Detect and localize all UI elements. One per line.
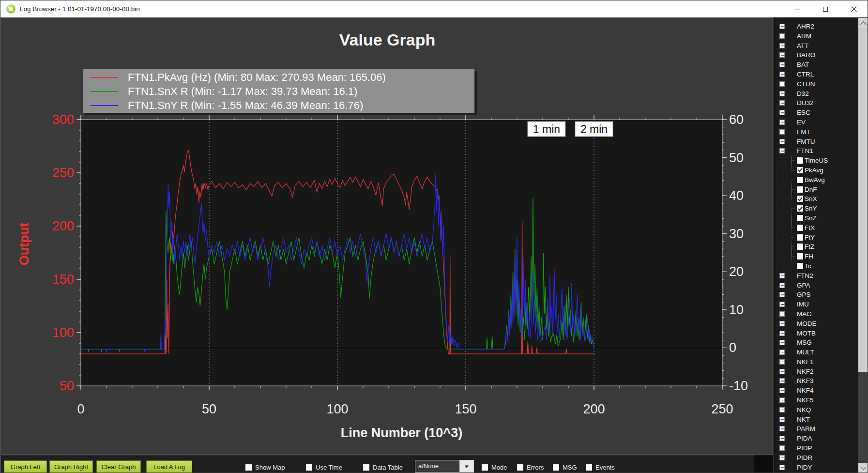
- expand-icon[interactable]: [779, 33, 785, 39]
- expand-icon[interactable]: [779, 436, 785, 441]
- field-checkbox-PkAvg[interactable]: [797, 167, 803, 173]
- dropdown-arrow-button[interactable]: [459, 460, 473, 472]
- tree-group-ARM[interactable]: ARM: [774, 31, 857, 41]
- checkbox-box[interactable]: [586, 464, 592, 471]
- expand-icon[interactable]: [779, 331, 785, 336]
- graph-left-button[interactable]: Graph Left: [4, 460, 47, 473]
- expand-icon[interactable]: [779, 129, 785, 135]
- checkbox-box[interactable]: [482, 464, 488, 471]
- collapse-icon[interactable]: [779, 148, 785, 153]
- tree-group-NKF5[interactable]: NKF5: [774, 396, 857, 405]
- expand-icon[interactable]: [779, 378, 785, 383]
- field-checkbox-TimeUS[interactable]: [797, 157, 803, 164]
- tree-group-PARM[interactable]: PARM: [774, 424, 857, 434]
- tree-group-MODE[interactable]: MODE: [774, 319, 857, 329]
- field-checkbox-DnF[interactable]: [797, 186, 803, 193]
- tree-group-PIDP[interactable]: PIDP: [774, 443, 857, 453]
- field-checkbox-SnZ[interactable]: [797, 215, 803, 221]
- expand-icon[interactable]: [779, 120, 785, 125]
- tree-group-PIDA[interactable]: PIDA: [774, 434, 857, 443]
- expand-icon[interactable]: [779, 407, 785, 412]
- expand-icon[interactable]: [779, 321, 785, 326]
- tree-group-GPS[interactable]: GPS: [774, 290, 857, 300]
- checkbox-errors[interactable]: Errors: [517, 464, 544, 471]
- field-checkbox-FtZ[interactable]: [797, 244, 803, 250]
- sidebar-scrollbar[interactable]: [858, 17, 868, 473]
- minimize-button[interactable]: [783, 0, 811, 17]
- expand-icon[interactable]: [779, 24, 785, 29]
- expand-icon[interactable]: [779, 340, 785, 345]
- tree-group-CTUN[interactable]: CTUN: [774, 79, 857, 89]
- expand-icon[interactable]: [779, 100, 785, 106]
- tree-group-ESC[interactable]: ESC: [774, 108, 857, 118]
- expand-icon[interactable]: [779, 311, 785, 317]
- load-a-log-button[interactable]: Load A Log: [146, 460, 192, 473]
- checkbox-use-time[interactable]: Use Time: [306, 464, 342, 471]
- field-checkbox-FH[interactable]: [797, 253, 803, 259]
- tree-field-FtX[interactable]: FtX: [774, 223, 857, 233]
- expand-icon[interactable]: [779, 455, 785, 460]
- expand-icon[interactable]: [779, 52, 785, 58]
- checkbox-box[interactable]: [553, 464, 559, 471]
- tree-field-SnX[interactable]: SnX: [774, 194, 857, 204]
- checkbox-box[interactable]: [363, 464, 369, 471]
- tree-group-NKF4[interactable]: NKF4: [774, 386, 857, 396]
- tree-group-FTN1[interactable]: FTN1: [774, 146, 857, 156]
- checkbox-mode[interactable]: Mode: [482, 464, 507, 471]
- expand-icon[interactable]: [779, 81, 785, 87]
- expand-icon[interactable]: [779, 359, 785, 365]
- expand-icon[interactable]: [779, 417, 785, 422]
- tree-group-EV[interactable]: EV: [774, 118, 857, 127]
- expand-icon[interactable]: [779, 292, 785, 297]
- expand-icon[interactable]: [779, 273, 785, 278]
- scroll-up-button[interactable]: [858, 18, 868, 28]
- tree-group-BARO[interactable]: BARO: [774, 50, 857, 60]
- expand-icon[interactable]: [779, 369, 785, 374]
- field-checkbox-SnY[interactable]: [797, 205, 803, 212]
- tree-group-PIDY[interactable]: PIDY: [774, 463, 857, 473]
- expand-icon[interactable]: [779, 388, 785, 393]
- expand-icon[interactable]: [779, 302, 785, 307]
- checkbox-events[interactable]: Events: [586, 464, 615, 471]
- expand-icon[interactable]: [779, 72, 785, 77]
- tree-group-NKF3[interactable]: NKF3: [774, 376, 857, 386]
- expand-icon[interactable]: [779, 397, 785, 403]
- expand-icon[interactable]: [779, 43, 785, 48]
- scrollbar-thumb[interactable]: [858, 28, 868, 372]
- tree-group-PIDR[interactable]: PIDR: [774, 453, 857, 463]
- tree-group-MOTB[interactable]: MOTB: [774, 329, 857, 338]
- tree-group-MAG[interactable]: MAG: [774, 309, 857, 319]
- tree-group-DU32[interactable]: DU32: [774, 98, 857, 108]
- tree-group-AHR2[interactable]: AHR2: [774, 22, 857, 31]
- checkbox-data-table[interactable]: Data Table: [363, 464, 403, 471]
- tree-group-IMU[interactable]: IMU: [774, 300, 857, 309]
- tree-group-MULT[interactable]: MULT: [774, 348, 857, 357]
- expand-icon[interactable]: [779, 139, 785, 144]
- tree-field-BwAvg[interactable]: BwAvg: [774, 175, 857, 185]
- expand-icon[interactable]: [779, 110, 785, 115]
- tree-group-NKT[interactable]: NKT: [774, 415, 857, 425]
- expand-icon[interactable]: [779, 91, 785, 96]
- checkbox-box[interactable]: [306, 464, 312, 471]
- checkbox-box[interactable]: [245, 464, 252, 471]
- tree-group-NKF2[interactable]: NKF2: [774, 367, 857, 377]
- tree-group-ATT[interactable]: ATT: [774, 41, 857, 51]
- expand-icon[interactable]: [779, 62, 785, 67]
- tree-field-SnZ[interactable]: SnZ: [774, 214, 857, 223]
- tree-group-D32[interactable]: D32: [774, 89, 857, 99]
- tree-field-PkAvg[interactable]: PkAvg: [774, 166, 857, 175]
- maximize-button[interactable]: [811, 0, 839, 17]
- checkbox-show-map[interactable]: Show Map: [245, 464, 285, 471]
- tree-group-FMT[interactable]: FMT: [774, 127, 857, 137]
- tree-group-BAT[interactable]: BAT: [774, 60, 857, 70]
- expand-icon[interactable]: [779, 350, 785, 355]
- clear-graph-button[interactable]: Clear Graph: [96, 460, 141, 473]
- field-checkbox-SnX[interactable]: [797, 196, 803, 202]
- tree-group-GPA[interactable]: GPA: [774, 281, 857, 290]
- checkbox-box[interactable]: [517, 464, 523, 471]
- tree-group-NKQ[interactable]: NKQ: [774, 405, 857, 415]
- tree-field-DnF[interactable]: DnF: [774, 185, 857, 195]
- scroll-down-button[interactable]: [858, 463, 868, 473]
- expand-icon[interactable]: [779, 283, 785, 288]
- tree-field-FtZ[interactable]: FtZ: [774, 242, 857, 252]
